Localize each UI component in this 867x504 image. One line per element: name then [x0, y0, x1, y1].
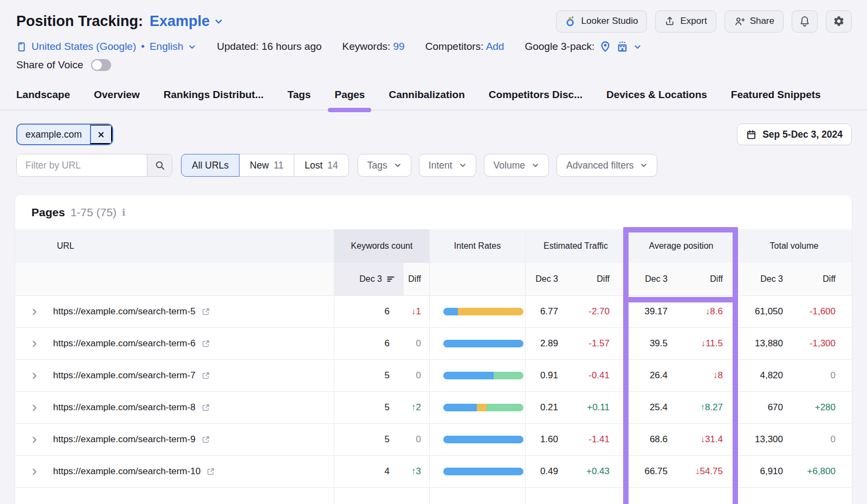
- column-header-intent-rates[interactable]: Intent Rates: [430, 229, 526, 263]
- subheader-volume-date[interactable]: Dec 3: [736, 263, 794, 295]
- sort-descending-icon: [386, 275, 395, 283]
- chip-remove-button[interactable]: [90, 125, 112, 144]
- position-diff-value: ↓8: [681, 360, 736, 391]
- external-link-icon[interactable]: [206, 467, 216, 476]
- position-diff-value: ↑8.27: [681, 392, 736, 423]
- date-range-picker[interactable]: Sep 5-Dec 3, 2024: [737, 124, 852, 145]
- row-expand-chevron[interactable]: [15, 360, 53, 391]
- position-tracking-page: Position Tracking: Example Looker Studio: [0, 0, 867, 504]
- subheader-traffic-date[interactable]: Dec 3: [526, 263, 575, 295]
- project-meta: United States (Google) • English Updated…: [16, 39, 852, 54]
- subheader-keywords-diff[interactable]: Diff: [404, 263, 430, 295]
- url-cell: https://example.com/search-term-8: [53, 392, 334, 423]
- page-url[interactable]: https://example.com/search-term-7: [53, 370, 196, 381]
- dropdown-volume[interactable]: Volume: [484, 154, 549, 177]
- tab-rankings-distribut[interactable]: Rankings Distribut...: [164, 89, 264, 109]
- row-expand-chevron[interactable]: [15, 456, 53, 487]
- segment-new[interactable]: New11: [239, 154, 294, 177]
- notifications-button[interactable]: [792, 10, 818, 33]
- tab-landscape[interactable]: Landscape: [16, 89, 70, 109]
- tab-tags[interactable]: Tags: [288, 89, 311, 109]
- external-link-icon[interactable]: [201, 307, 211, 316]
- settings-button[interactable]: [826, 10, 852, 33]
- volume-diff-value: -1,300: [794, 328, 852, 359]
- dropdown-intent[interactable]: Intent: [419, 154, 476, 177]
- subheader-traffic-diff[interactable]: Diff: [575, 263, 626, 295]
- competitors-add-link[interactable]: Add: [486, 41, 504, 52]
- tab-cannibalization[interactable]: Cannibalization: [389, 89, 464, 109]
- keywords-diff-value: 0: [404, 360, 430, 391]
- intent-segment: [477, 404, 487, 411]
- intent-segment: [487, 404, 523, 411]
- dropdown-tags[interactable]: Tags: [358, 154, 411, 177]
- page-url[interactable]: https://example.com/search-term-10: [53, 466, 200, 477]
- column-header-total-volume[interactable]: Total volume: [736, 229, 852, 263]
- chevron-down-icon: [188, 43, 196, 51]
- page-url[interactable]: https://example.com/search-term-5: [53, 306, 196, 317]
- volume-diff-value: +6,800: [794, 456, 852, 487]
- intent-bar: [443, 436, 523, 443]
- page-url[interactable]: https://example.com/search-term-6: [53, 338, 196, 349]
- tab-overview[interactable]: Overview: [94, 89, 140, 109]
- subheader-position-diff[interactable]: Diff: [681, 263, 736, 295]
- url-filter-chip: example.com: [16, 124, 113, 145]
- table-row[interactable]: https://example.com/search-term-7500.91-…: [15, 359, 852, 391]
- intent-segment: [443, 308, 458, 315]
- project-selector[interactable]: Example: [150, 13, 223, 30]
- share-of-voice-row: Share of Voice: [16, 57, 852, 73]
- location-language-selector[interactable]: United States (Google) • English: [16, 41, 196, 53]
- export-button[interactable]: Export: [655, 10, 716, 33]
- external-link-icon[interactable]: [201, 371, 211, 380]
- export-icon: [664, 16, 675, 27]
- external-link-icon[interactable]: [201, 435, 211, 444]
- segment-lost[interactable]: Lost14: [294, 154, 349, 177]
- location-pin-icon[interactable]: [599, 41, 611, 53]
- table-row[interactable]: https://example.com/search-term-56↓16.77…: [15, 295, 852, 327]
- share-button[interactable]: Share: [724, 10, 784, 33]
- intent-bar: [443, 468, 523, 475]
- subheader-position-date[interactable]: Dec 3: [626, 263, 681, 295]
- row-expand-chevron[interactable]: [15, 424, 53, 455]
- updated-status: Updated: 16 hours ago: [217, 41, 321, 53]
- keywords-count-link[interactable]: 99: [393, 41, 405, 52]
- table-row[interactable]: https://example.com/search-term-85↑20.21…: [15, 391, 852, 423]
- segment-all-urls[interactable]: All URLs: [181, 154, 240, 177]
- position-diff-value: ↓31.4: [681, 424, 736, 455]
- table-row[interactable]: https://example.com/search-term-9501.60-…: [15, 423, 852, 455]
- chevron-down-icon: [640, 161, 648, 169]
- column-header-estimated-traffic[interactable]: Estimated Traffic: [526, 229, 626, 263]
- looker-studio-button[interactable]: Looker Studio: [556, 10, 648, 33]
- dropdown-label: Volume: [494, 160, 525, 171]
- header-actions: Looker Studio Export Share: [556, 10, 852, 33]
- tab-competitors-disc[interactable]: Competitors Disc...: [489, 89, 583, 109]
- tab-featured-snippets[interactable]: Featured Snippets: [731, 89, 821, 109]
- table-row[interactable]: https://example.com/search-term-6602.89-…: [15, 327, 852, 359]
- info-icon[interactable]: ℹ: [122, 207, 125, 218]
- external-link-icon[interactable]: [201, 403, 211, 412]
- chevron-down-icon[interactable]: [633, 43, 642, 51]
- row-expand-chevron[interactable]: [15, 296, 53, 327]
- page-url[interactable]: https://example.com/search-term-9: [53, 434, 196, 445]
- subheader-volume-diff[interactable]: Diff: [794, 263, 852, 295]
- volume-value: 4,820: [736, 360, 794, 391]
- row-expand-chevron[interactable]: [15, 392, 53, 423]
- local-business-icon[interactable]: [616, 41, 629, 53]
- filter-by-url-input[interactable]: [17, 154, 147, 176]
- url-cell: https://example.com/search-term-5: [53, 296, 334, 327]
- row-expand-chevron[interactable]: [15, 328, 53, 359]
- position-value: 39.5: [626, 328, 681, 359]
- column-header-url[interactable]: URL: [15, 229, 334, 263]
- page-url[interactable]: https://example.com/search-term-8: [53, 402, 196, 413]
- table-row[interactable]: https://example.com/search-term-104↑30.4…: [15, 455, 852, 487]
- tab-devices-locations[interactable]: Devices & Locations: [606, 89, 707, 109]
- search-button[interactable]: [147, 154, 172, 176]
- tab-pages[interactable]: Pages: [334, 89, 365, 109]
- search-icon: [154, 160, 165, 171]
- toggle-knob: [92, 60, 102, 70]
- subheader-keywords-date[interactable]: Dec 3: [334, 263, 404, 295]
- external-link-icon[interactable]: [201, 339, 211, 348]
- column-header-keywords-count[interactable]: Keywords count: [334, 229, 430, 263]
- column-header-average-position[interactable]: Average position: [626, 229, 736, 263]
- share-of-voice-toggle[interactable]: [91, 59, 111, 71]
- dropdown-advanced-filters[interactable]: Advanced filters: [557, 154, 658, 177]
